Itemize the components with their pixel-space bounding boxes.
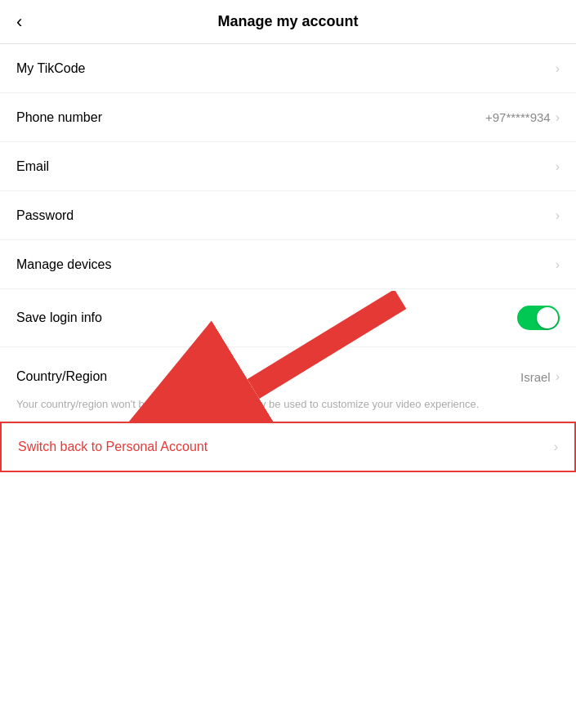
switch-back-item[interactable]: Switch back to Personal Account › [0, 422, 576, 472]
menu-item-devices[interactable]: Manage devices › [0, 240, 576, 289]
phone-value: +97*****934 [485, 110, 551, 124]
tikcode-chevron-icon: › [556, 61, 560, 76]
menu-item-phone[interactable]: Phone number +97*****934 › [0, 93, 576, 142]
phone-chevron-icon: › [556, 110, 560, 125]
tikcode-label: My TikCode [16, 61, 85, 76]
page-title: Manage my account [217, 13, 358, 30]
menu-list: My TikCode › Phone number +97*****934 › [0, 44, 576, 347]
password-chevron-icon: › [556, 208, 560, 223]
toggle-knob [537, 307, 558, 328]
menu-item-save-login[interactable]: Save login info [0, 289, 576, 347]
page-container: ‹ Manage my account My TikCode › Phone n… [0, 0, 576, 472]
menu-item-tikcode[interactable]: My TikCode › [0, 44, 576, 93]
back-button[interactable]: ‹ [16, 11, 22, 33]
email-chevron-icon: › [556, 159, 560, 174]
menu-item-email[interactable]: Email › [0, 142, 576, 191]
country-value: Israel [520, 370, 551, 384]
menu-item-country[interactable]: Country/Region Israel › Your country/reg… [0, 347, 576, 422]
save-login-label: Save login info [16, 310, 102, 325]
country-label: Country/Region [16, 369, 107, 384]
password-label: Password [16, 208, 74, 223]
save-login-toggle[interactable] [517, 306, 560, 330]
devices-label: Manage devices [16, 257, 112, 272]
main-content: My TikCode › Phone number +97*****934 › [0, 44, 576, 472]
switch-back-chevron-icon: › [554, 440, 558, 454]
country-description: Your country/region won't be shown publi… [16, 396, 560, 413]
devices-chevron-icon: › [556, 257, 560, 272]
country-chevron-icon: › [556, 369, 560, 384]
header: ‹ Manage my account [0, 0, 576, 44]
save-login-toggle-wrapper [517, 306, 560, 330]
phone-label: Phone number [16, 110, 102, 125]
menu-item-password[interactable]: Password › [0, 191, 576, 240]
email-label: Email [16, 159, 49, 174]
switch-back-label: Switch back to Personal Account [18, 440, 208, 454]
